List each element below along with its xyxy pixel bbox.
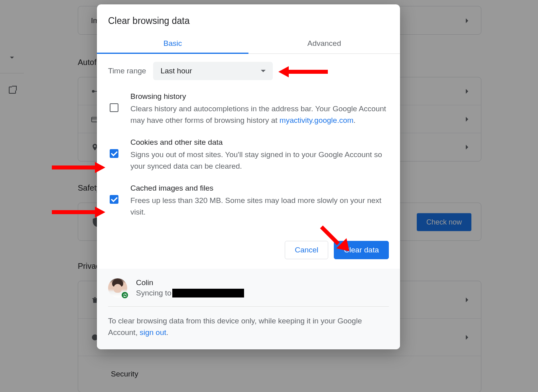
account-name: Colin <box>136 278 389 287</box>
clear-browsing-data-dialog: Clear browsing data Basic Advanced Time … <box>97 4 400 349</box>
time-range-select[interactable]: Last hour <box>153 62 273 80</box>
sync-footnote: To clear browsing data from this device … <box>108 315 389 338</box>
time-range-row: Time range Last hour <box>108 62 389 80</box>
checkbox-browsing-history[interactable] <box>110 103 118 112</box>
dialog-body: Time range Last hour Browsing history Cl… <box>97 54 400 233</box>
redacted-email <box>172 289 244 297</box>
clear-data-button[interactable]: Clear data <box>334 241 389 259</box>
dialog-actions: Cancel Clear data <box>97 233 400 269</box>
time-range-label: Time range <box>108 67 146 75</box>
sign-out-link[interactable]: sign out <box>140 328 166 337</box>
dialog-footer: Colin Syncing to To clear browsing data … <box>97 269 400 349</box>
option-browsing-history: Browsing history Clears history and auto… <box>108 92 389 126</box>
checkbox-cached[interactable] <box>110 195 118 204</box>
option-description: Frees up less than 320 MB. Some sites ma… <box>130 195 389 218</box>
tab-advanced[interactable]: Advanced <box>248 33 400 53</box>
time-range-value: Last hour <box>160 67 192 75</box>
dialog-tabs: Basic Advanced <box>97 33 400 54</box>
myactivity-link[interactable]: myactivity.google.com <box>280 116 354 124</box>
dialog-title: Clear browsing data <box>97 4 400 33</box>
option-description: Signs you out of most sites. You'll stay… <box>130 149 389 172</box>
sync-account-row: Colin Syncing to <box>108 278 389 307</box>
sync-status: Syncing to <box>136 289 389 297</box>
checkbox-cookies[interactable] <box>110 149 118 158</box>
tab-basic[interactable]: Basic <box>97 33 248 53</box>
cancel-button[interactable]: Cancel <box>285 241 328 259</box>
option-cookies: Cookies and other site data Signs you ou… <box>108 138 389 172</box>
caret-down-icon <box>261 70 266 72</box>
option-cached: Cached images and files Frees up less th… <box>108 184 389 218</box>
option-title: Browsing history <box>130 92 389 101</box>
option-description: Clears history and autocompletions in th… <box>130 103 389 126</box>
option-title: Cached images and files <box>130 184 389 193</box>
option-title: Cookies and other site data <box>130 138 389 147</box>
avatar <box>108 278 127 297</box>
sync-icon <box>121 291 129 299</box>
